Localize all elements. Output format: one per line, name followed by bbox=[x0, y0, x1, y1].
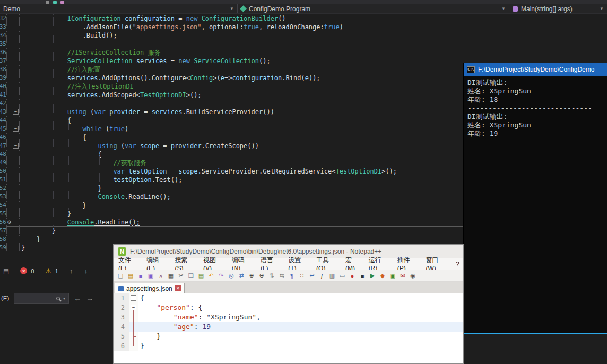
line-number: 50 bbox=[0, 167, 6, 176]
code-text: "name": "XSpringSun", bbox=[138, 313, 463, 322]
code-text: } bbox=[138, 332, 463, 341]
fold-line bbox=[133, 346, 136, 346]
print-icon[interactable]: ▦ bbox=[166, 271, 176, 280]
line-number: 45 bbox=[0, 125, 6, 133]
open-icon[interactable]: ▤ bbox=[126, 271, 135, 280]
navigate-back-icon[interactable]: ← bbox=[74, 294, 81, 302]
code-text: .Build(); bbox=[20, 31, 607, 40]
undo-icon[interactable]: ↶ bbox=[206, 271, 216, 280]
navbar-project-dropdown[interactable]: Demo ▼ bbox=[0, 4, 238, 13]
vs-code-line: 36 //IServiceCollection 服务 bbox=[0, 48, 607, 57]
doc-map-icon[interactable]: ▥ bbox=[327, 271, 337, 280]
find-icon[interactable]: ◎ bbox=[227, 271, 236, 280]
word-wrap-icon[interactable]: ↩ bbox=[307, 271, 317, 280]
line-number: 55 bbox=[0, 210, 6, 218]
notepad-toolbar: ▢▤■▣×▦✂❏▤↶↷◎⇄⊕⊖⇅⇆¶∷↩ƒ▥▭●■▶◆▣✉◉ bbox=[114, 270, 463, 282]
macro-stop-icon[interactable]: ■ bbox=[358, 271, 367, 280]
line-number: 47 bbox=[0, 142, 6, 150]
close-icon[interactable]: × bbox=[156, 271, 166, 280]
fold-collapse-box[interactable]: − bbox=[13, 109, 19, 115]
console-line: DI测试输出: bbox=[467, 112, 603, 121]
editor-gutter bbox=[6, 40, 20, 48]
doc-switcher-icon[interactable]: ▭ bbox=[337, 271, 347, 280]
console-line: 姓名: XSpringSun bbox=[467, 121, 603, 129]
console-window: C:\ F:\DemoProject\StudyDemo\ConfigDemo … bbox=[464, 63, 607, 334]
tab-appsettings-json[interactable]: appsettings.json ✕ bbox=[115, 283, 185, 293]
class-icon bbox=[240, 5, 247, 12]
code-text bbox=[20, 40, 607, 48]
editor-gutter bbox=[6, 176, 20, 184]
save-all-icon[interactable]: ▣ bbox=[146, 271, 155, 280]
line-number: 39 bbox=[0, 74, 6, 82]
sync-v-icon[interactable]: ⇅ bbox=[267, 271, 276, 280]
console-output: DI测试输出:姓名: XSpringSun年龄: 18-------------… bbox=[464, 76, 607, 140]
editor-gutter: − bbox=[6, 108, 20, 116]
notepad-editor[interactable]: 1−{2− "person": {3 "name": "XSpringSun",… bbox=[114, 293, 463, 363]
document-icon[interactable]: ▤ bbox=[3, 267, 9, 275]
replace-icon[interactable]: ⇄ bbox=[237, 271, 246, 280]
plugin-eye-icon[interactable]: ◉ bbox=[408, 271, 418, 280]
search-row-label: (E) bbox=[1, 295, 9, 301]
new-file-icon[interactable]: ▢ bbox=[116, 271, 125, 280]
cut-icon[interactable]: ✂ bbox=[176, 271, 186, 280]
notepad-menu-bar: 文件(F)编辑(E)搜索(S)视图(V)编码(N)语言(L)设置(T)工具(O)… bbox=[114, 258, 463, 270]
zoom-out-icon[interactable]: ⊖ bbox=[257, 271, 266, 280]
close-icon[interactable]: ✕ bbox=[175, 285, 181, 291]
error-count[interactable]: 0 bbox=[31, 268, 34, 274]
code-text: //IServiceCollection 服务 bbox=[20, 48, 607, 57]
plugin-mail-icon[interactable]: ✉ bbox=[398, 271, 407, 280]
fold-collapse-box[interactable]: − bbox=[131, 295, 136, 301]
search-input[interactable]: ▼ bbox=[14, 293, 69, 304]
editor-gutter bbox=[6, 82, 20, 91]
warning-count[interactable]: 1 bbox=[55, 268, 58, 274]
editor-gutter bbox=[6, 31, 20, 40]
chevron-down-icon: ▼ bbox=[230, 6, 234, 11]
plugin-compare-icon[interactable]: ▣ bbox=[388, 271, 397, 280]
editor-gutter bbox=[6, 14, 20, 23]
editor-gutter bbox=[6, 167, 20, 176]
copy-icon[interactable]: ❏ bbox=[186, 271, 196, 280]
code-text: .AddJsonFile("appsettings.json", optiona… bbox=[20, 23, 607, 31]
fold-collapse-box[interactable]: − bbox=[131, 305, 136, 310]
search-icon bbox=[56, 297, 60, 300]
macro-record-icon[interactable]: ● bbox=[348, 271, 357, 280]
indent-guide-icon[interactable]: ∷ bbox=[297, 271, 307, 280]
all-chars-icon[interactable]: ¶ bbox=[287, 271, 297, 280]
warning-icon[interactable]: ⚠ bbox=[46, 267, 51, 275]
navbar-member-dropdown[interactable]: Main(string[] args) ▼ bbox=[509, 4, 607, 13]
macro-play-icon[interactable]: ▶ bbox=[368, 271, 377, 280]
errors-icon[interactable]: ✕ bbox=[20, 267, 27, 274]
line-number: 58 bbox=[0, 235, 6, 244]
fold-line bbox=[133, 336, 136, 337]
editor-gutter: − bbox=[6, 142, 20, 150]
console-title-text: F:\DemoProject\StudyDemo\ConfigDemo bbox=[478, 66, 594, 73]
quick-actions-icon[interactable]: ⚙ bbox=[7, 219, 11, 226]
editor-gutter bbox=[6, 99, 20, 108]
editor-gutter bbox=[6, 227, 20, 235]
chevron-down-icon: ▼ bbox=[501, 6, 506, 11]
plugin-json-icon[interactable]: ◆ bbox=[378, 271, 387, 280]
fold-collapse-box[interactable]: − bbox=[13, 143, 19, 149]
zoom-in-icon[interactable]: ⊕ bbox=[247, 271, 256, 280]
redo-icon[interactable]: ↷ bbox=[216, 271, 226, 280]
function-list-icon[interactable]: ƒ bbox=[317, 271, 327, 280]
error-list-toolbar: ▤ ✕ 0 ⚠ 1 ↑ ↓ bbox=[3, 267, 88, 275]
editor-gutter bbox=[6, 184, 20, 193]
navigate-forward-icon[interactable]: → bbox=[86, 294, 93, 302]
navigate-up-icon[interactable]: ↑ bbox=[70, 267, 73, 275]
fold-line bbox=[133, 310, 134, 346]
console-line: ------------------------------ bbox=[467, 104, 603, 112]
line-number: 53 bbox=[0, 193, 6, 201]
line-number: 54 bbox=[0, 201, 6, 210]
save-icon[interactable]: ■ bbox=[136, 271, 145, 280]
console-title-bar[interactable]: C:\ F:\DemoProject\StudyDemo\ConfigDemo bbox=[464, 63, 607, 76]
paste-icon[interactable]: ▤ bbox=[196, 271, 206, 280]
navbar-type-dropdown[interactable]: ConfigDemo.Program ▼ bbox=[238, 4, 509, 13]
fold-collapse-box[interactable]: − bbox=[13, 126, 19, 132]
fold-margin: − bbox=[129, 293, 138, 303]
navigate-down-icon[interactable]: ↓ bbox=[84, 267, 88, 275]
chevron-down-icon: ▼ bbox=[600, 6, 604, 11]
sync-h-icon[interactable]: ⇆ bbox=[277, 271, 287, 280]
menu-item[interactable]: ? bbox=[452, 261, 463, 268]
indent-guide bbox=[68, 120, 69, 210]
